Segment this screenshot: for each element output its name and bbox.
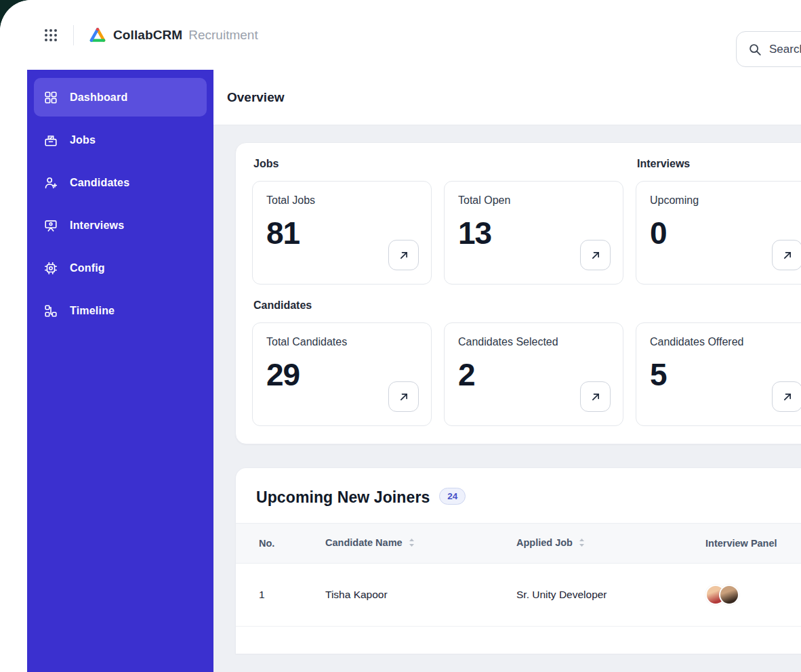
sidebar-item-candidates[interactable]: Candidates <box>34 163 207 202</box>
config-icon <box>43 261 58 276</box>
page-title: Overview <box>227 90 285 105</box>
app-window: CollabCRM Recruitment Dashboard <box>0 0 801 672</box>
dashboard-icon <box>43 90 58 105</box>
stat-card-candidates-offered: Candidates Offered 5 <box>636 322 801 426</box>
stat-title: Candidates Selected <box>458 336 609 348</box>
sidebar-item-label: Interviews <box>70 219 124 232</box>
top-header: CollabCRM Recruitment <box>0 0 801 70</box>
open-total-open-button[interactable] <box>580 240 611 270</box>
timeline-icon <box>43 303 58 318</box>
sidebar-item-label: Candidates <box>70 177 129 189</box>
table-row: 1 Tisha Kapoor Sr. Unity Developer <box>236 564 801 627</box>
avatar[interactable] <box>719 585 739 605</box>
header-divider <box>73 25 74 45</box>
table-header-row: No. Candidate Name Applied Job Interview… <box>236 524 801 564</box>
sidebar: Dashboard Jobs <box>27 70 213 672</box>
candidates-icon <box>43 175 58 190</box>
sort-icon[interactable] <box>407 538 416 549</box>
joiners-title: Upcoming New Joiners <box>256 488 430 507</box>
sidebar-item-label: Timeline <box>70 305 115 317</box>
arrow-up-right-icon <box>781 390 794 404</box>
cell-no: 1 <box>236 564 302 627</box>
arrow-up-right-icon <box>397 249 411 262</box>
page-header: Overview <box>213 70 801 125</box>
joiners-count-badge: 24 <box>439 488 466 505</box>
main-area: Overview Jobs Interviews Total Jobs 81 <box>213 70 801 672</box>
stat-card-candidates-selected: Candidates Selected 2 <box>444 322 623 426</box>
stat-title: Total Jobs <box>266 194 417 207</box>
apps-grid-button[interactable] <box>42 26 60 44</box>
sidebar-item-label: Jobs <box>70 134 96 146</box>
open-total-candidates-button[interactable] <box>388 381 419 412</box>
stat-card-total-open: Total Open 13 <box>444 181 623 285</box>
sidebar-item-config[interactable]: Config <box>34 249 207 287</box>
open-total-jobs-button[interactable] <box>388 240 419 270</box>
content: Jobs Interviews Total Jobs 81 Total Open <box>213 125 801 654</box>
stat-title: Upcoming <box>650 194 801 207</box>
stat-title: Total Candidates <box>266 336 417 348</box>
interview-panel-avatars <box>705 585 801 605</box>
stat-title: Total Open <box>458 194 609 207</box>
stats-group-label-spacer <box>445 158 623 173</box>
open-upcoming-interviews-button[interactable] <box>772 240 801 270</box>
stats-group-label-jobs: Jobs <box>253 158 432 173</box>
column-header-interview-panel: Interview Panel <box>682 524 801 564</box>
candidate-name-link[interactable]: Tisha Kapoor <box>302 564 493 627</box>
open-candidates-selected-button[interactable] <box>580 381 611 412</box>
stats-group-label-candidates: Candidates <box>253 299 801 314</box>
stat-card-upcoming-interviews: Upcoming 0 <box>636 181 801 285</box>
stage: CollabCRM Recruitment Dashboard <box>0 0 801 672</box>
open-candidates-offered-button[interactable] <box>772 381 801 412</box>
search-box[interactable] <box>736 31 801 67</box>
sidebar-item-dashboard[interactable]: Dashboard <box>34 78 207 117</box>
sidebar-item-label: Dashboard <box>70 91 127 104</box>
product-name: Recruitment <box>188 28 258 43</box>
stats-group-label-interviews: Interviews <box>637 158 801 173</box>
applied-job-link[interactable]: Sr. Unity Developer <box>493 564 682 627</box>
interviews-icon <box>43 218 58 233</box>
joiners-panel: Upcoming New Joiners 24 No. Candidate Na… <box>235 467 801 654</box>
column-header-no: No. <box>236 524 302 564</box>
brand-name: CollabCRM <box>113 28 182 43</box>
cell-interview-panel <box>682 564 801 627</box>
arrow-up-right-icon <box>781 249 794 262</box>
jobs-icon <box>43 133 58 148</box>
sidebar-item-label: Config <box>70 262 105 274</box>
search-icon <box>747 42 762 57</box>
arrow-up-right-icon <box>589 249 602 262</box>
stats-panel: Jobs Interviews Total Jobs 81 Total Open <box>235 142 801 444</box>
arrow-up-right-icon <box>589 390 602 404</box>
stat-card-total-jobs: Total Jobs 81 <box>252 181 432 285</box>
joiners-header: Upcoming New Joiners 24 <box>236 468 801 523</box>
column-header-applied-job[interactable]: Applied Job <box>493 524 682 564</box>
stat-card-total-candidates: Total Candidates 29 <box>252 322 432 426</box>
sidebar-item-timeline[interactable]: Timeline <box>34 291 207 330</box>
brand-logo-icon <box>89 26 106 44</box>
column-header-candidate-name[interactable]: Candidate Name <box>302 524 493 564</box>
arrow-up-right-icon <box>397 390 411 404</box>
sort-icon[interactable] <box>577 538 586 549</box>
search-input[interactable] <box>769 43 801 56</box>
stat-title: Candidates Offered <box>650 336 801 348</box>
sidebar-item-interviews[interactable]: Interviews <box>34 206 207 245</box>
sidebar-item-jobs[interactable]: Jobs <box>34 121 207 159</box>
joiners-table: No. Candidate Name Applied Job Interview… <box>236 523 801 627</box>
apps-grid-icon <box>43 27 59 43</box>
